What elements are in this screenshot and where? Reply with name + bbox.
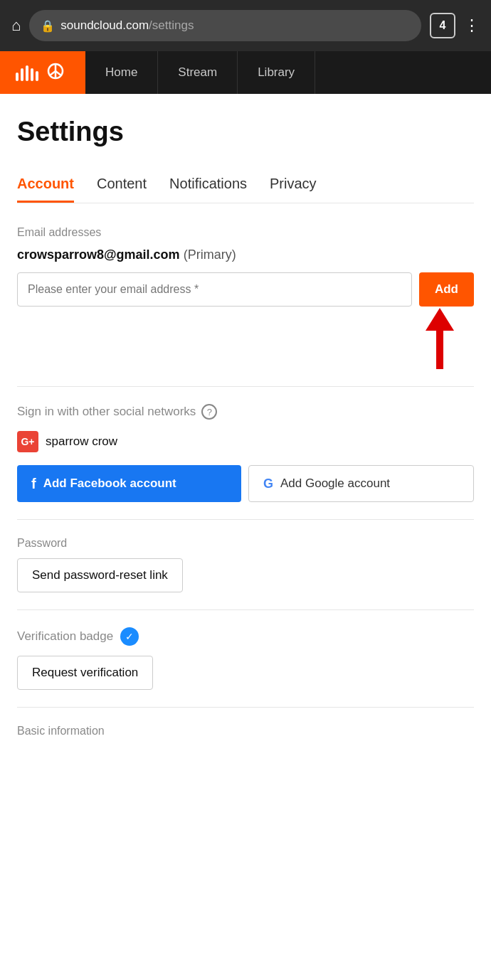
verified-check-icon: ✓ [120, 627, 139, 646]
social-section: Sign in with other social networks ? G+ … [17, 404, 474, 502]
divider-1 [17, 386, 474, 387]
facebook-button-label: Add Facebook account [43, 476, 176, 491]
email-section: Email addresses crowsparrow8@gmail.com (… [17, 226, 474, 307]
verification-row: Verification badge ✓ [17, 627, 474, 646]
password-section: Password Send password-reset link [17, 537, 474, 592]
social-signin-label: Sign in with other social networks ? [17, 404, 474, 420]
browser-home-icon[interactable]: ⌂ [11, 16, 21, 35]
browser-menu-icon[interactable]: ⋮ [464, 16, 480, 35]
page-title: Settings [17, 117, 474, 147]
svg-rect-4 [36, 71, 38, 81]
facebook-icon: f [31, 476, 36, 492]
verification-label: Verification badge [17, 629, 113, 644]
google-icon: G [263, 476, 273, 491]
password-section-label: Password [17, 537, 474, 550]
browser-chrome: ⌂ 🔒 soundcloud.com/settings 4 ⋮ [0, 0, 491, 51]
basic-info-section: Basic information [17, 725, 474, 737]
svg-rect-1 [21, 68, 23, 81]
svg-rect-3 [31, 68, 33, 81]
tab-notifications[interactable]: Notifications [169, 167, 247, 203]
page-content: Settings Account Content Notifications P… [0, 94, 491, 760]
divider-3 [17, 609, 474, 610]
add-google-button[interactable]: G Add Google account [248, 465, 474, 502]
lock-icon: 🔒 [41, 19, 55, 33]
add-email-button[interactable]: Add [419, 272, 474, 307]
help-icon[interactable]: ? [201, 404, 217, 420]
basic-info-label: Basic information [17, 725, 474, 737]
soundcloud-nav: Home Stream Library [0, 51, 491, 94]
google-plus-icon: G+ [17, 431, 38, 452]
svg-rect-0 [16, 73, 19, 81]
primary-email-address: crowsparrow8@gmail.com [17, 247, 180, 262]
settings-tabs: Account Content Notifications Privacy [17, 167, 474, 203]
primary-email: crowsparrow8@gmail.com (Primary) [17, 247, 474, 262]
svg-rect-2 [26, 65, 28, 81]
request-verification-button[interactable]: Request verification [17, 656, 153, 690]
nav-stream[interactable]: Stream [158, 51, 238, 94]
google-account-row: G+ sparrow crow [17, 431, 474, 452]
tab-content[interactable]: Content [97, 167, 147, 203]
nav-library[interactable]: Library [238, 51, 315, 94]
email-input[interactable] [17, 272, 412, 307]
social-buttons-row: f Add Facebook account G Add Google acco… [17, 465, 474, 502]
url-bar[interactable]: 🔒 soundcloud.com/settings [29, 10, 421, 41]
divider-4 [17, 707, 474, 708]
nav-links: Home Stream Library [85, 51, 315, 94]
password-reset-button[interactable]: Send password-reset link [17, 558, 183, 592]
email-add-row: Add [17, 272, 474, 307]
arrow-shaft [436, 331, 443, 369]
arrow-head [426, 308, 454, 331]
primary-email-tag: (Primary) [184, 247, 236, 262]
arrow-graphic [426, 308, 454, 369]
tab-account[interactable]: Account [17, 167, 74, 203]
tab-count[interactable]: 4 [430, 13, 455, 38]
tab-privacy[interactable]: Privacy [270, 167, 317, 203]
url-text: soundcloud.com/settings [60, 18, 194, 33]
divider-2 [17, 519, 474, 520]
google-account-name: sparrow crow [46, 435, 117, 449]
arrow-annotation [17, 308, 474, 369]
verification-section: Verification badge ✓ Request verificatio… [17, 627, 474, 690]
soundcloud-logo[interactable] [0, 51, 85, 94]
email-section-label: Email addresses [17, 226, 474, 239]
nav-home[interactable]: Home [85, 51, 158, 94]
google-button-label: Add Google account [280, 476, 390, 491]
add-facebook-button[interactable]: f Add Facebook account [17, 465, 241, 502]
social-signin-text: Sign in with other social networks [17, 405, 196, 419]
